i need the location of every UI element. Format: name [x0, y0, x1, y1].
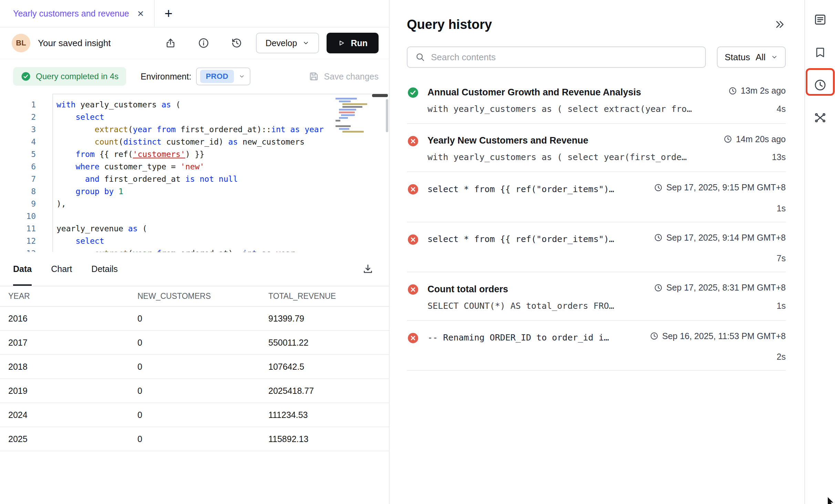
- chevron-down-icon: [771, 54, 778, 61]
- history-item-time: Sep 17, 2025, 8:31 PM GMT+8: [654, 283, 786, 293]
- table-row: 20170550011.22: [0, 330, 389, 355]
- table-cell: 91399.79: [268, 306, 389, 330]
- environment-label: Environment:: [141, 72, 191, 82]
- tab-chart[interactable]: Chart: [51, 252, 72, 286]
- history-item[interactable]: Count total ordersSep 17, 2025, 8:31 PM …: [407, 272, 786, 320]
- minimap-slider[interactable]: [372, 94, 388, 97]
- run-button[interactable]: Run: [327, 33, 379, 53]
- share-button[interactable]: [163, 35, 178, 51]
- query-history-header: Query history: [407, 17, 786, 32]
- save-label: Save changes: [324, 72, 379, 82]
- table-cell: 0: [137, 427, 268, 451]
- collapse-panel-button[interactable]: [774, 19, 786, 31]
- status-error-icon: [407, 283, 419, 296]
- chevron-down-icon: [239, 73, 245, 80]
- line-number: 12: [0, 235, 36, 247]
- table-cell: 2025418.77: [268, 379, 389, 403]
- tab-yearly-customers-and-revenue[interactable]: Yearly customers and revenue ×: [0, 0, 154, 27]
- history-item[interactable]: Yearly New Customers and Revenue14m 20s …: [407, 124, 786, 172]
- table-cell: 0: [137, 379, 268, 403]
- status-success-icon: [407, 86, 419, 99]
- history-item[interactable]: select * from {{ ref("order_items")…Sep …: [407, 172, 786, 222]
- code-line: select: [56, 235, 389, 247]
- history-item[interactable]: select * from {{ ref("order_items")…Sep …: [407, 222, 786, 272]
- line-number: 6: [0, 160, 36, 173]
- environment-dropdown[interactable]: PROD: [196, 67, 250, 85]
- line-number: 4: [0, 136, 36, 148]
- history-filter-row: Status All: [407, 46, 786, 68]
- error-x-icon: [407, 283, 419, 296]
- table-cell: 550011.22: [268, 330, 389, 355]
- column-header-total-revenue: TOTAL_REVENUE: [268, 286, 389, 306]
- table-row: 20240111234.53: [0, 403, 389, 427]
- download-icon: [362, 263, 374, 275]
- save-changes-button[interactable]: Save changes: [308, 71, 379, 82]
- table-cell: 0: [137, 306, 268, 330]
- error-x-icon: [407, 135, 419, 147]
- divider: [154, 0, 155, 27]
- info-button[interactable]: [196, 35, 211, 51]
- line-number: 9: [0, 198, 36, 210]
- line-numbers: 12345678910111213: [0, 94, 52, 252]
- column-header-year: YEAR: [0, 286, 137, 306]
- history-item-duration: 2s: [777, 352, 786, 362]
- line-number: 8: [0, 185, 36, 198]
- table-cell: 107642.5: [268, 355, 389, 379]
- history-item-snippet: SELECT COUNT(*) AS total_orders FRO…: [427, 301, 614, 312]
- table-cell: 111234.53: [268, 403, 389, 427]
- history-item-time: Sep 17, 2025, 9:15 PM GMT+8: [654, 182, 786, 192]
- status-error-icon: [407, 332, 419, 344]
- close-icon[interactable]: ×: [137, 8, 144, 19]
- notebook-list-icon: [813, 13, 827, 27]
- download-button[interactable]: [360, 261, 376, 277]
- clock-icon: [654, 233, 663, 242]
- query-status-text: Query completed in 4s: [36, 72, 118, 81]
- new-tab-button[interactable]: +: [164, 7, 172, 20]
- editor-scrollbar[interactable]: [386, 99, 388, 132]
- clock-icon: [654, 283, 663, 292]
- notebook-list-button[interactable]: [810, 9, 831, 30]
- table-cell: 2016: [0, 306, 137, 330]
- avatar: BL: [12, 34, 30, 52]
- search-input[interactable]: [431, 52, 698, 63]
- error-x-icon: [407, 233, 419, 246]
- tab-title: Yearly customers and revenue: [13, 9, 129, 19]
- double-chevron-right-icon: [774, 19, 786, 30]
- history-item-duration: 1s: [777, 203, 786, 213]
- lineage-button[interactable]: [810, 107, 831, 128]
- history-item-title: Count total orders: [427, 284, 508, 295]
- app: Yearly customers and revenue × + BL Your…: [0, 0, 835, 504]
- table-cell: 0: [137, 355, 268, 379]
- version-history-button[interactable]: [229, 35, 244, 51]
- code-line: extract(year from ordered_at)::int as ye…: [56, 247, 389, 252]
- minimap[interactable]: [336, 97, 374, 138]
- doc-title: Your saved insight: [38, 38, 111, 49]
- right-rail: [804, 0, 835, 504]
- results-table-body: 2016091399.7920170550011.2220180107642.5…: [0, 306, 389, 451]
- history-item-title: Yearly New Customers and Revenue: [427, 135, 588, 146]
- status-error-icon: [407, 183, 419, 196]
- history-item[interactable]: -- Renaming ORDER_ID to order_id i…Sep 1…: [407, 321, 786, 370]
- history-item-time: 14m 20s ago: [723, 134, 786, 144]
- history-item-title: Annual Customer Growth and Revenue Analy…: [427, 87, 641, 98]
- lineage-icon: [813, 111, 827, 125]
- line-number: 2: [0, 111, 36, 123]
- history-item-duration: 1s: [777, 301, 786, 311]
- develop-dropdown[interactable]: Develop: [256, 33, 319, 53]
- history-item[interactable]: Annual Customer Growth and Revenue Analy…: [407, 75, 786, 123]
- environment-value-badge: PROD: [200, 70, 234, 83]
- table-cell: 0: [137, 403, 268, 427]
- status-filter-dropdown[interactable]: Status All: [717, 46, 786, 68]
- query-status-badge: Query completed in 4s: [13, 67, 126, 86]
- query-history-button[interactable]: [810, 74, 831, 96]
- code-line: from {{ ref('customers') }}: [56, 148, 389, 160]
- bookmark-icon: [814, 46, 827, 59]
- divider: [407, 370, 786, 371]
- history-item-snippet: with yearly_customers as ( select year(f…: [427, 152, 687, 163]
- tab-data[interactable]: Data: [13, 252, 32, 286]
- play-icon: [338, 39, 345, 47]
- bookmark-button[interactable]: [810, 42, 831, 63]
- tab-details[interactable]: Details: [91, 252, 117, 286]
- line-number: 3: [0, 123, 36, 136]
- table-header-row: YEAR NEW_CUSTOMERS TOTAL_REVENUE: [0, 286, 389, 306]
